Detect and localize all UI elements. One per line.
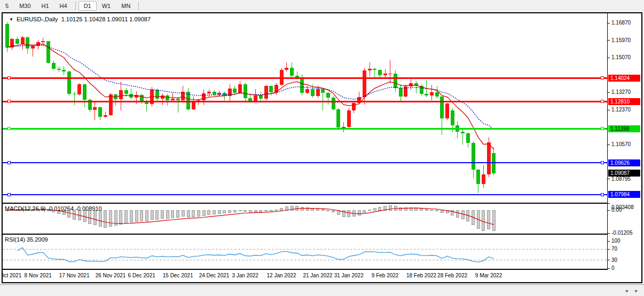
rsi-tick-mark (608, 268, 610, 269)
date-axis-label: 9 Mar 2022 (475, 273, 502, 278)
symbol-tab-bar: ◄ ► (0, 284, 644, 296)
date-axis-label: 15 Dec 2021 (163, 273, 193, 278)
horizontal-level-lines[interactable] (3, 77, 607, 196)
rsi-tick-mark (608, 260, 610, 260)
macd-indicator-label: MACD(12,26,9) -0.010264 -0.008910 (5, 205, 102, 212)
chart-symbol-label: EURUSD-,Daily (17, 16, 58, 22)
timeframe-button-5[interactable]: 5 (0, 1, 14, 11)
price-tick-label: 1.10570 (611, 141, 631, 147)
price-tick-label: 1.13270 (611, 89, 631, 95)
date-axis-label: 12 Jan 2022 (267, 273, 296, 278)
tab-scroll-left-icon[interactable]: ◄ (624, 289, 629, 293)
date-axis-label: 3 Jan 2022 (232, 273, 258, 278)
rsi-panel[interactable]: RSI(14) 35.2009 (3, 235, 607, 269)
date-axis-label: 6 Dec 2021 (128, 273, 155, 278)
tab-scroll-right-icon[interactable]: ► (634, 289, 639, 293)
date-axis-label: 31 Jan 2022 (334, 273, 364, 278)
chart-window: ▼EURUSD-,Daily 1.10125 1.10428 1.09011 1… (2, 12, 642, 283)
chart-window-inner: ▼EURUSD-,Daily 1.10125 1.10428 1.09011 1… (3, 13, 641, 282)
price-tick-mark (608, 145, 610, 145)
current-price-label: 1.09087 (608, 170, 640, 177)
price-tick-label: 1.15970 (611, 37, 631, 43)
chart-ohlc-values: 1.10125 1.10428 1.09011 1.09087 (61, 16, 151, 22)
rsi-tick-label: 100 (611, 238, 621, 244)
rsi-tick-label: 0 (611, 265, 615, 271)
price-tick-mark (608, 58, 610, 58)
rsi-canvas[interactable] (3, 235, 607, 269)
date-axis-label: 8 Nov 2021 (25, 273, 52, 278)
price-tick-label: 1.16870 (611, 20, 631, 26)
toolbar-separator (138, 2, 139, 10)
rsi-tick-mark (608, 249, 610, 250)
price-chart-canvas[interactable] (3, 13, 607, 203)
timeframe-button-mn[interactable]: MN (116, 1, 136, 11)
level-price-label[interactable]: 1.14024 (608, 75, 640, 82)
timeframe-button-m30[interactable]: M30 (14, 1, 36, 11)
date-axis-label: 17 Nov 2021 (59, 273, 90, 278)
price-tick-mark (608, 40, 610, 41)
date-axis-label: 9 Feb 2022 (372, 273, 399, 278)
timeframe-toolbar: 5M30H1H4D1W1MN (0, 0, 644, 12)
date-axis[interactable]: 29 Oct 20218 Nov 202117 Nov 202126 Nov 2… (3, 270, 607, 282)
chart-title: ▼EURUSD-,Daily 1.10125 1.10428 1.09011 1… (9, 16, 151, 22)
timeframe-button-h4[interactable]: H4 (54, 1, 73, 11)
date-axis-label: 21 Jan 2022 (303, 273, 332, 278)
rsi-tick-label: 70 (611, 246, 617, 252)
price-tick-label: 1.12370 (611, 107, 631, 113)
rsi-indicator-label: RSI(14) 35.2009 (5, 236, 48, 243)
candles (5, 22, 496, 193)
macd-tick-mark (608, 203, 610, 204)
macd-tick-label: 0.00 (611, 207, 622, 213)
level-price-label[interactable]: 1.12810 (608, 98, 640, 105)
level-price-label[interactable]: 1.11398 (608, 125, 640, 132)
mt4-application: { "toolbar": { "buttons": [ {"label": "5… (0, 0, 644, 296)
price-axis[interactable]: 1.168701.159701.150701.132701.123701.105… (607, 13, 641, 270)
rsi-tick-mark (608, 241, 610, 242)
date-axis-label: 29 Oct 2021 (3, 273, 21, 278)
price-tick-mark (608, 179, 610, 179)
level-price-label[interactable]: 1.09626 (608, 159, 640, 166)
timeframe-button-w1[interactable]: W1 (97, 1, 116, 11)
price-tick-mark (608, 110, 610, 110)
price-chart-panel[interactable]: ▼EURUSD-,Daily 1.10125 1.10428 1.09011 1… (3, 13, 607, 203)
timeframe-button-d1[interactable]: D1 (78, 1, 97, 11)
date-axis-label: 18 Feb 2022 (406, 273, 436, 278)
macd-tick-mark (608, 233, 610, 234)
price-tick-mark (608, 92, 610, 93)
date-axis-label: 28 Feb 2022 (437, 273, 467, 278)
level-price-label[interactable]: 1.07984 (608, 191, 640, 198)
price-tick-label: 1.15070 (611, 54, 631, 60)
rsi-tick-label: 30 (611, 257, 617, 263)
tab-scroll-controls: ◄ ► (619, 289, 639, 293)
dropdown-triangle-icon[interactable]: ▼ (9, 17, 13, 22)
macd-panel[interactable]: MACD(12,26,9) -0.010264 -0.008910 (3, 204, 607, 234)
timeframe-button-h1[interactable]: H1 (36, 1, 54, 11)
date-axis-label: 24 Dec 2021 (199, 273, 230, 278)
date-axis-label: 26 Nov 2021 (96, 273, 126, 278)
toolbar-separator (75, 2, 76, 10)
price-tick-mark (608, 23, 610, 23)
macd-tick-mark (608, 210, 610, 211)
macd-tick-label: -0.01205 (611, 230, 632, 236)
